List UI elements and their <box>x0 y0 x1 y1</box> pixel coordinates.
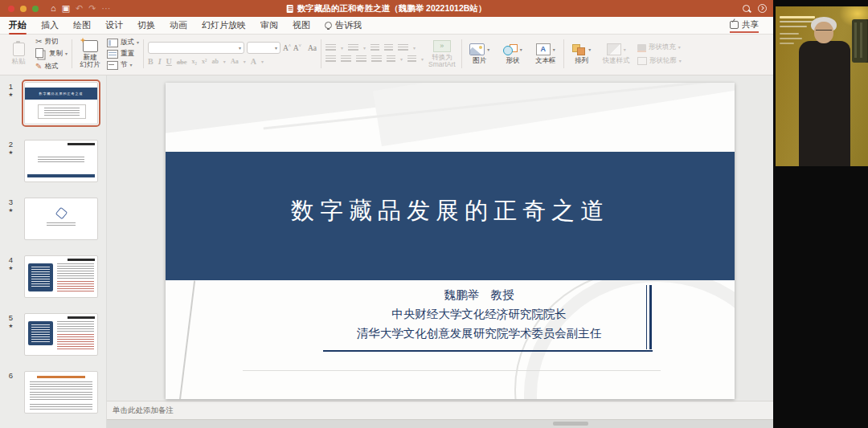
thumb6-paragraph-1 <box>30 381 92 389</box>
insert-picture-button[interactable]: ▾ 图片 <box>466 43 493 65</box>
bronze-artifact <box>852 19 868 63</box>
align-center-button[interactable] <box>341 55 351 63</box>
line-spacing-button[interactable] <box>398 44 408 52</box>
thumbnail-slide-3[interactable] <box>22 195 100 243</box>
copy-icon <box>35 48 43 58</box>
tab-view[interactable]: 视图 <box>293 19 310 31</box>
bullets-button[interactable] <box>326 44 336 52</box>
grow-font-button[interactable]: A^ <box>283 43 291 52</box>
font-name-select[interactable]: ▾ <box>148 42 244 54</box>
share-button[interactable]: 共享 <box>727 18 762 31</box>
participant-video[interactable] <box>776 6 868 166</box>
thumbnail-slide-6[interactable] <box>22 369 100 416</box>
smartart-icon: » <box>433 40 451 52</box>
layout-button[interactable]: 版式 ▾ <box>107 38 139 47</box>
superscript-button[interactable]: x² <box>202 58 207 65</box>
increase-indent-button[interactable] <box>384 44 393 52</box>
search-icon[interactable] <box>743 5 750 12</box>
document-title-area: 数字藏品的正和奇胜之道（魏鹏举 20221012B站） <box>287 0 487 17</box>
font-color-button[interactable]: A <box>251 57 256 66</box>
shape-outline-button[interactable]: 形状轮廓 ▾ <box>637 56 682 66</box>
thumb4-body-lines <box>57 263 94 279</box>
horizontal-scrollbar[interactable] <box>553 422 588 426</box>
insert-textbox-button[interactable]: A▾ 文本框 <box>532 43 559 65</box>
document-title: 数字藏品的正和奇胜之道（魏鹏举 20221012B站） <box>297 3 487 14</box>
thumbnail-slide-4[interactable] <box>22 253 100 300</box>
account-share-icon[interactable] <box>758 4 767 13</box>
arrange-button[interactable]: ▾ 排列 <box>568 43 596 65</box>
shrink-font-button[interactable]: A˅ <box>293 43 301 52</box>
thumbnail-slide-2[interactable] <box>22 137 100 185</box>
decrease-indent-button[interactable] <box>371 44 379 52</box>
undo-icon[interactable]: ↶ <box>76 4 83 13</box>
slide-thumbnail-panel[interactable]: 1 ★ 数字藏品发展的正奇之道 <box>0 75 107 428</box>
notes-pane[interactable]: 单击此处添加备注 <box>107 401 773 419</box>
tab-transitions[interactable]: 切换 <box>137 19 155 31</box>
more-toolbar-icon[interactable]: ⋯ <box>102 4 111 13</box>
highlight-color-button[interactable]: ab <box>211 58 218 65</box>
tab-slideshow[interactable]: 幻灯片放映 <box>202 19 246 31</box>
close-window-button[interactable] <box>8 6 14 12</box>
change-case-button[interactable]: Aa <box>231 58 239 65</box>
titlebar[interactable]: ⌂ ▣ ↶ ↷ ⋯ 数字藏品的正和奇胜之道（魏鹏举 20221012B站） <box>0 0 773 17</box>
redo-icon[interactable]: ↷ <box>88 4 96 13</box>
align-text-button[interactable] <box>407 55 416 63</box>
underline-button[interactable]: U <box>166 57 172 66</box>
shape-fill-button[interactable]: 形状填充 ▾ <box>637 43 682 52</box>
thumb5-topbar <box>68 316 95 319</box>
bold-button[interactable]: B <box>148 57 154 66</box>
thumb1-subtitle-box <box>38 104 86 119</box>
copy-button[interactable]: 复制 ▾ <box>35 48 68 60</box>
slide-title[interactable]: 数字藏品发展的正奇之道 <box>166 195 735 227</box>
clear-formatting-button[interactable]: Aa <box>308 44 317 52</box>
textbox-label: 文本框 <box>535 57 556 64</box>
zoom-window-button[interactable] <box>32 6 39 12</box>
save-icon[interactable]: ▣ <box>62 4 70 13</box>
video-call-window[interactable] <box>773 0 868 428</box>
thumbnail-row-1: 1 ★ 数字藏品发展的正奇之道 <box>0 79 106 127</box>
paste-icon <box>13 43 25 56</box>
paste-button[interactable]: 粘贴 <box>5 42 32 66</box>
subtitle-line-3: 清华大学文化创意发展研究院学术委员会副主任 <box>310 324 648 343</box>
insert-shapes-button[interactable]: ▾ 形状 <box>499 43 526 65</box>
minimize-window-button[interactable] <box>20 6 27 12</box>
arrange-label: 排列 <box>575 57 588 64</box>
section-button[interactable]: 节 ▾ <box>107 60 139 70</box>
home-icon[interactable]: ⌂ <box>51 4 56 13</box>
tab-insert-label: 插入 <box>41 19 59 31</box>
slide-canvas-area[interactable]: 数字藏品发展的正奇之道 魏鹏举 教授 中央财经大学文化经济研究院院长 清华大学文… <box>107 75 773 401</box>
strikethrough-button[interactable]: abc <box>177 58 187 66</box>
tab-design[interactable]: 设计 <box>105 19 123 31</box>
tab-animations[interactable]: 动画 <box>170 19 187 31</box>
thumbnail-slide-5[interactable] <box>22 311 100 358</box>
italic-button[interactable]: I <box>158 57 162 66</box>
subscript-button[interactable]: x₂ <box>192 58 197 65</box>
thumbnail-slide-1[interactable]: 数字藏品发展的正奇之道 <box>22 79 100 127</box>
reset-button[interactable]: 重置 <box>107 49 139 59</box>
slide-canvas[interactable]: 数字藏品发展的正奇之道 魏鹏举 教授 中央财经大学文化经济研究院院长 清华大学文… <box>166 83 735 399</box>
tab-tell-me[interactable]: 告诉我 <box>325 19 362 31</box>
tab-insert[interactable]: 插入 <box>41 19 59 31</box>
chevron-down-icon: ▾ <box>679 59 682 63</box>
new-slide-button[interactable]: 新建 幻灯片 <box>76 39 104 69</box>
tab-home[interactable]: 开始 <box>9 19 27 31</box>
format-painter-button[interactable]: ✎ 格式 <box>35 62 68 71</box>
cut-button[interactable]: ✂ 剪切 <box>35 37 68 47</box>
quick-styles-button[interactable]: ▾ 快速样式 <box>601 43 632 65</box>
text-direction-button[interactable] <box>387 55 395 63</box>
convert-to-smartart-button[interactable]: » 转换为 SmartArt <box>427 39 457 69</box>
align-right-button[interactable] <box>356 55 366 63</box>
slide-subtitle-block[interactable]: 魏鹏举 教授 中央财经大学文化经济研究院院长 清华大学文化创意发展研究院学术委员… <box>310 285 648 343</box>
slide-number: 5 <box>9 313 13 322</box>
workspace: 1 ★ 数字藏品发展的正奇之道 <box>0 75 773 428</box>
thumbnail-row-4: 4 ★ <box>0 253 106 300</box>
justify-button[interactable] <box>371 55 382 63</box>
slide-deco-left-curve <box>179 280 195 399</box>
tab-draw-label: 绘图 <box>73 19 91 31</box>
numbering-button[interactable] <box>348 44 358 52</box>
tab-home-label: 开始 <box>9 19 27 31</box>
tab-draw[interactable]: 绘图 <box>73 19 91 31</box>
align-left-button[interactable] <box>326 55 336 63</box>
tab-review[interactable]: 审阅 <box>260 19 278 31</box>
font-size-select[interactable]: ▾ <box>247 42 280 54</box>
